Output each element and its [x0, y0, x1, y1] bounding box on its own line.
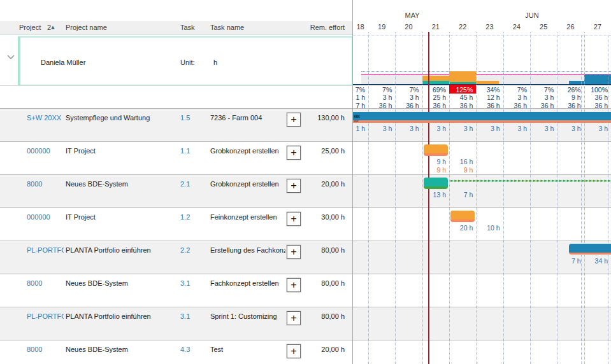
grid-line	[530, 35, 531, 364]
bar-hour-label: 3 h	[503, 125, 527, 132]
week-header: 22	[449, 23, 476, 31]
bar-hour-label: 16 h	[449, 158, 473, 165]
load-hours: 12 h	[476, 94, 500, 101]
bar-hour-label: 13 h	[422, 191, 446, 199]
task-number: 1.2	[180, 213, 206, 221]
project-link[interactable]: 8000	[27, 279, 64, 288]
header-tick	[476, 32, 477, 34]
task-bar[interactable]	[424, 144, 448, 156]
histogram-bar-segment	[584, 74, 611, 84]
sort-arrow-icon: ▲	[51, 25, 54, 30]
resource-name: Daniela Müller	[41, 58, 85, 67]
bar-hour-label: 34 h	[584, 257, 608, 265]
remaining-effort: 80,00 h	[293, 279, 345, 288]
task-bar[interactable]	[450, 211, 475, 222]
task-number: 2.2	[180, 246, 206, 255]
scale-line-dotted	[361, 71, 611, 72]
resource-row[interactable]: Daniela Müller Unit: h	[18, 36, 353, 86]
load-hours: 9 h	[557, 94, 580, 101]
task-name: Fachkonzept erstellen	[210, 279, 285, 288]
project-name: PLANTA Portfolio einführen	[66, 312, 178, 321]
column-header-project[interactable]: Project	[19, 21, 41, 34]
task-number: 2.1	[180, 180, 206, 188]
month-label: JUN	[507, 11, 557, 20]
remaining-effort: 80,00 h	[293, 246, 345, 255]
sort-indicator[interactable]: 2▲	[47, 21, 55, 34]
capacity-hours: 36 h	[449, 102, 473, 109]
project-name: PLANTA Portfolio einführen	[66, 246, 178, 255]
continuation-chevrons-icon: ««	[354, 119, 364, 124]
week-header: 26	[557, 23, 584, 31]
remaining-effort: 130,00 h	[293, 114, 345, 122]
task-name: Grobkonzept erstellen	[210, 147, 285, 155]
project-link[interactable]: 000000	[27, 147, 64, 155]
capacity-hours: 36 h	[530, 102, 554, 109]
load-hours: 1 h	[352, 94, 365, 101]
project-name: Systempflege und Wartung	[66, 114, 178, 122]
project-link[interactable]: 8000	[27, 346, 64, 354]
capacity-hours: 36 h	[368, 102, 392, 109]
week-header: 25	[530, 23, 557, 31]
task-bar[interactable]	[569, 244, 611, 255]
capacity-hours: 36 h	[557, 102, 580, 109]
task-bar-underline	[352, 120, 611, 123]
row-stripe	[0, 141, 611, 174]
grid-line	[368, 35, 369, 364]
project-link[interactable]: 000000	[27, 213, 64, 221]
column-header-task[interactable]: Task	[180, 21, 195, 34]
project-link[interactable]: PL-PORTFO...	[27, 312, 64, 321]
utilization-percent: 26%	[557, 86, 580, 94]
remaining-effort: 25,00 h	[293, 147, 345, 155]
grid-line	[422, 35, 423, 364]
scheduling-arrows: ►►►►►►►►►►►►►►►►►►►►►►►►►►►►►►►►►►►►►►►►…	[450, 178, 611, 184]
grid-line	[608, 35, 608, 364]
capacity-hours: 36 h	[395, 102, 419, 109]
utilization-percent: 7%	[530, 86, 554, 94]
utilization-percent: 100%	[584, 86, 608, 94]
collapse-chevron-icon[interactable]	[6, 53, 15, 61]
bar-hour-label: 3 h	[476, 125, 500, 132]
header-tick	[368, 32, 369, 34]
remaining-effort: 30,00 h	[293, 213, 345, 221]
grid-line	[395, 35, 396, 364]
bar-hour-label: 3 h	[422, 125, 446, 132]
utilization-percent: 34%	[476, 86, 500, 94]
header-tick	[422, 32, 423, 34]
project-name: IT Project	[66, 147, 178, 155]
histogram-bar-segment	[449, 71, 476, 82]
utilization-percent: 7%	[503, 86, 527, 94]
task-name: Grobkonzept erstellen	[210, 180, 285, 188]
load-hours: 3 h	[530, 94, 554, 101]
bar-hour-label: 3 h	[530, 125, 554, 132]
bar-hour-label: 20 h	[449, 224, 473, 232]
week-header: 19	[368, 23, 395, 31]
bar-hour-label: 7 h	[557, 257, 580, 265]
resource-scheduling-board: Project 2▲ Project name Task Task name R…	[0, 0, 611, 364]
row-stripe	[0, 274, 611, 307]
task-number: 3.1	[180, 312, 206, 321]
project-name: Neues BDE-System	[66, 279, 178, 288]
load-hours: 25 h	[422, 94, 446, 101]
resource-section-divider	[0, 85, 352, 86]
header-tick	[503, 32, 504, 34]
week-header: 23	[476, 23, 503, 31]
column-header-rem-effort[interactable]: Rem. effort	[293, 21, 345, 34]
load-hours: 45 h	[449, 94, 473, 101]
panel-separator[interactable]	[352, 0, 353, 364]
task-name: Feinkonzept erstellen	[210, 213, 285, 221]
project-link[interactable]: S+W 20XX	[27, 114, 64, 122]
grid-line	[584, 35, 585, 364]
capacity-hours: 36 h	[422, 102, 446, 109]
task-number: 3.1	[180, 279, 206, 288]
task-bar[interactable]	[424, 178, 448, 189]
capacity-hours: 36 h	[476, 102, 500, 109]
remaining-effort: 20,00 h	[293, 180, 345, 188]
task-bar[interactable]	[352, 112, 611, 120]
column-header-task-name[interactable]: Task name	[210, 21, 244, 34]
grid-line	[476, 35, 477, 364]
column-header-project-name[interactable]: Project name	[66, 21, 107, 34]
project-link[interactable]: PL-PORTFO...	[27, 246, 64, 255]
capacity-hours: 7 h	[352, 102, 365, 109]
project-name: IT Project	[66, 213, 178, 221]
project-link[interactable]: 8000	[27, 180, 64, 188]
